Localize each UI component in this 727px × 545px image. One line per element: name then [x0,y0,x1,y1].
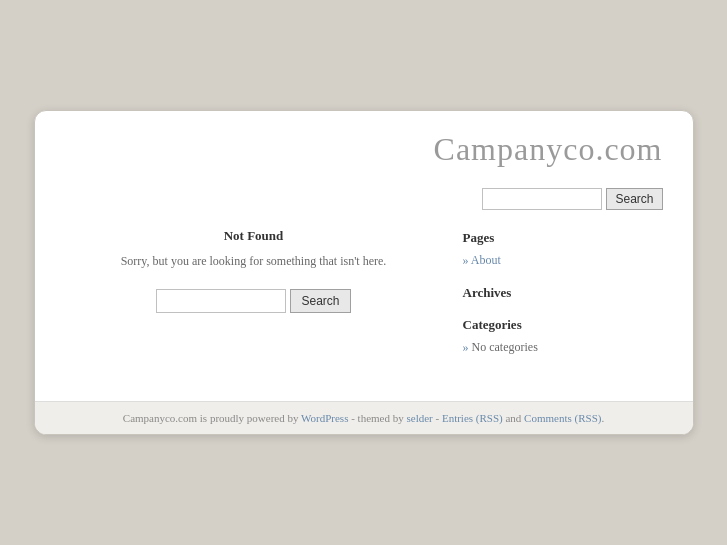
main-search-form: Search [85,289,423,313]
footer-text-prefix: Campanyco.com is proudly powered by [123,412,301,424]
not-found-message: Sorry, but you are looking for something… [85,254,423,269]
sidebar-search-form: Search [463,188,663,210]
main-search-button[interactable]: Search [290,289,350,313]
main-content: Not Found Sorry, but you are looking for… [65,188,443,371]
sidebar-categories-section: Categories No categories [463,317,663,355]
footer-text-suffix: . [601,412,604,424]
sidebar-archives-title: Archives [463,285,663,301]
site-header: Campanyco.com [35,111,693,178]
page-wrapper: Campanyco.com Not Found Sorry, but you a… [34,110,694,435]
footer-text-sep1: - [433,412,442,424]
main-search-input[interactable] [156,289,286,313]
sidebar-search-button[interactable]: Search [606,188,662,210]
sidebar-categories-title: Categories [463,317,663,333]
sidebar-archives-section: Archives [463,285,663,301]
sidebar-search-input[interactable] [482,188,602,210]
footer-text-and: and [503,412,524,424]
sidebar-pages-title: Pages [463,230,663,246]
footer: Campanyco.com is proudly powered by Word… [35,401,693,434]
footer-comments-rss-link[interactable]: Comments (RSS) [524,412,601,424]
not-found-section: Not Found Sorry, but you are looking for… [65,198,443,343]
content-area: Not Found Sorry, but you are looking for… [35,178,693,401]
sidebar: Search Pages About Archives Categories N… [463,188,663,371]
sidebar-pages-section: Pages About [463,230,663,269]
footer-text-middle: - themed by [348,412,406,424]
footer-wordpress-link[interactable]: WordPress [301,412,348,424]
footer-selder-link[interactable]: selder [406,412,432,424]
sidebar-no-categories: No categories [463,340,538,354]
footer-entries-rss-link[interactable]: Entries (RSS) [442,412,503,424]
site-title: Campanyco.com [65,131,663,168]
not-found-title: Not Found [85,228,423,244]
sidebar-link-about[interactable]: About [463,252,663,269]
